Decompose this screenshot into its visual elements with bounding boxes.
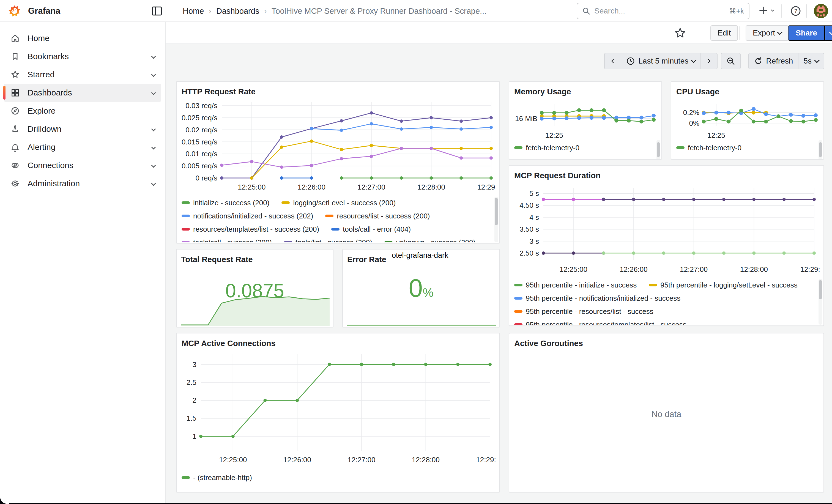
chevron-down-icon[interactable] xyxy=(151,90,156,95)
panel-title[interactable]: CPU Usage xyxy=(676,86,818,97)
legend-item[interactable]: 95th percentile - resources/templates/li… xyxy=(514,320,686,325)
topbar-divider xyxy=(166,0,166,22)
legend-item[interactable]: 95th percentile - notifications/initiali… xyxy=(514,294,680,302)
chart-memory-usage[interactable]: 12:2516 MiB xyxy=(514,97,657,139)
search-box[interactable]: ⌘+k xyxy=(577,3,750,19)
svg-text:12:28:00: 12:28:00 xyxy=(417,183,445,191)
search-shortcut: ⌘+k xyxy=(729,7,744,16)
chevron-down-icon[interactable] xyxy=(151,72,156,77)
legend-label: 95th percentile - initialize - success xyxy=(526,281,636,289)
legend-item[interactable]: 95th percentile - resources/list - succe… xyxy=(514,307,653,316)
panel-title[interactable]: Total Request Rate xyxy=(181,254,329,265)
breadcrumb-home[interactable]: Home xyxy=(183,7,204,16)
add-new-button[interactable] xyxy=(758,5,775,16)
legend-label: 95th percentile - resources/list - succe… xyxy=(526,307,653,316)
no-data-message: No data xyxy=(509,409,824,419)
panel-title[interactable]: MCP Request Duration xyxy=(514,170,818,181)
sidebar-item-explore[interactable]: Explore xyxy=(4,102,161,120)
legend-item[interactable]: resources/list - success (200) xyxy=(325,212,430,220)
topbar-separator xyxy=(781,4,782,18)
sidebar-item-bookmarks[interactable]: Bookmarks xyxy=(4,47,161,65)
legend-memory-usage: fetch-telemetry-0 xyxy=(514,141,656,155)
export-button[interactable]: Export xyxy=(746,25,789,41)
legend-scrollbar[interactable] xyxy=(818,140,822,160)
legend-item[interactable]: logging/setLevel - success (200) xyxy=(282,198,396,207)
svg-text:12:28:00: 12:28:00 xyxy=(740,265,768,273)
svg-text:5 s: 5 s xyxy=(529,189,539,197)
zoom-out-button[interactable] xyxy=(721,53,740,69)
sidebar-item-administration[interactable]: Administration xyxy=(4,175,161,192)
legend-item[interactable]: tools/call - error (404) xyxy=(331,225,411,234)
sidebar-item-label: Explore xyxy=(27,106,56,115)
refresh-interval-label: 5s xyxy=(803,57,812,65)
bell-icon xyxy=(10,142,20,152)
panel-title[interactable]: Error Rate xyxy=(347,254,386,265)
sidebar-item-connections[interactable]: Connections xyxy=(4,156,161,175)
panel-title[interactable]: Memory Usage xyxy=(514,86,656,97)
svg-text:2.5: 2.5 xyxy=(186,378,197,387)
chart-error-rate[interactable] xyxy=(347,323,496,326)
legend-item[interactable]: fetch-telemetry-0 xyxy=(514,143,579,152)
sidebar-item-drilldown[interactable]: Drilldown xyxy=(4,120,161,138)
chevron-down-icon[interactable] xyxy=(151,127,156,132)
svg-text:12:27:00: 12:27:00 xyxy=(347,456,375,464)
chevron-down-icon[interactable] xyxy=(151,145,156,150)
sidebar-item-starred[interactable]: Starred xyxy=(4,65,161,84)
legend-item[interactable]: resources/templates/list - success (200) xyxy=(182,225,319,234)
chart-http-request-rate[interactable]: 12:25:0012:26:0012:27:0012:28:0012:29:00… xyxy=(182,97,495,194)
legend-swatch xyxy=(514,284,522,286)
share-menu-button[interactable] xyxy=(825,25,832,41)
chart-mcp-request-duration[interactable]: 12:25:0012:26:0012:27:0012:28:0012:29:00… xyxy=(514,181,820,276)
sidebar-item-alerting[interactable]: Alerting xyxy=(4,138,161,156)
edit-button[interactable]: Edit xyxy=(710,25,738,41)
sidebar-item-dashboards[interactable]: Dashboards xyxy=(4,84,161,102)
breadcrumb-dashboards[interactable]: Dashboards xyxy=(216,7,259,16)
search-input[interactable] xyxy=(594,7,725,16)
legend-scrollbar[interactable] xyxy=(494,197,498,242)
chevron-down-icon xyxy=(814,57,820,63)
sidebar-toggle-icon[interactable] xyxy=(151,6,162,16)
breadcrumb-separator: › xyxy=(264,7,267,16)
legend-item[interactable]: unknown - success (200) xyxy=(384,238,475,243)
time-range-picker[interactable]: Last 5 minutes xyxy=(621,53,701,69)
help-icon: ? xyxy=(790,5,801,17)
star-icon[interactable] xyxy=(674,27,686,39)
legend-label: logging/setLevel - success (200) xyxy=(293,198,396,207)
legend-item[interactable]: initialize - success (200) xyxy=(182,198,269,207)
legend-item[interactable]: 95th percentile - logging/setLevel - suc… xyxy=(649,281,798,289)
refresh-button[interactable]: Refresh xyxy=(748,53,799,69)
svg-text:3.50 s: 3.50 s xyxy=(519,225,539,233)
legend-item[interactable]: - (streamable-http) xyxy=(182,474,252,482)
legend-item[interactable]: fetch-telemetry-0 xyxy=(676,143,742,152)
panel-title[interactable]: Active Goroutines xyxy=(514,338,818,349)
time-shift-back-button[interactable] xyxy=(604,53,621,69)
help-button[interactable]: ? xyxy=(790,5,801,17)
user-avatar[interactable] xyxy=(814,4,828,18)
legend-scrollbar[interactable] xyxy=(818,279,822,325)
stat-unit: % xyxy=(423,286,434,299)
legend-label: tools/call - success (200) xyxy=(193,238,272,243)
legend-scrollbar[interactable] xyxy=(656,140,660,160)
svg-text:0.015 req/s: 0.015 req/s xyxy=(182,138,217,146)
grafana-logo-icon[interactable] xyxy=(8,5,20,17)
legend-item[interactable]: tools/call - success (200) xyxy=(182,238,272,243)
plus-icon xyxy=(758,5,768,16)
panel-title[interactable]: MCP Active Connections xyxy=(182,338,494,349)
refresh-interval-picker[interactable]: 5s xyxy=(799,53,824,69)
legend-item[interactable]: tools/list - success (200) xyxy=(284,238,372,243)
share-button[interactable]: Share xyxy=(788,25,825,41)
chevron-down-icon[interactable] xyxy=(151,54,156,59)
chart-mcp-active-connections[interactable]: 12:25:0012:26:0012:27:0012:28:0012:29:00… xyxy=(182,349,495,469)
top-bar: Grafana Home › Dashboards › ToolHive MCP… xyxy=(0,0,832,22)
sidebar-item-home[interactable]: Home xyxy=(4,29,161,47)
chevron-down-icon[interactable] xyxy=(151,181,156,186)
topbar-separator xyxy=(806,4,807,18)
time-shift-forward-button[interactable] xyxy=(701,53,718,69)
legend-swatch xyxy=(325,215,334,217)
legend-item[interactable]: 95th percentile - initialize - success xyxy=(514,281,636,289)
chart-cpu-usage[interactable]: 12:250.2%0% xyxy=(676,97,820,139)
star-icon xyxy=(10,70,20,79)
panel-title[interactable]: HTTP Request Rate xyxy=(182,86,494,97)
legend-item[interactable]: notifications/initialized - success (202… xyxy=(182,212,313,220)
chevron-down-icon[interactable] xyxy=(151,163,156,168)
